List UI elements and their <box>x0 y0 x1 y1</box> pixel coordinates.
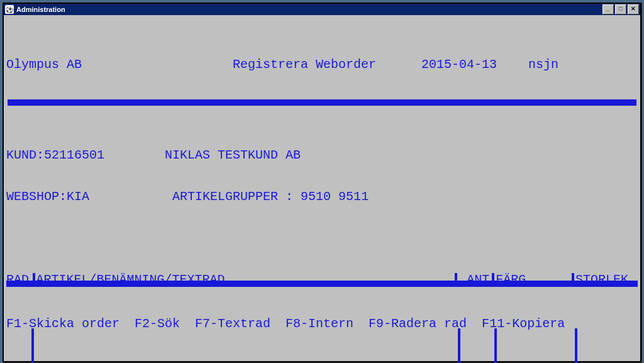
terminal-screen: Olympus AB Registrera Weborder 2015-04-1… <box>4 15 640 361</box>
artgrp-value: 9510 9511 <box>301 189 369 204</box>
header-user: nsjn <box>528 58 558 72</box>
kund-number: 52116501 <box>44 148 104 162</box>
window-title: Administration <box>16 6 602 13</box>
webshop-value: KIA <box>67 189 89 204</box>
artgrp-label: ARTIKELGRUPPER : <box>172 189 293 204</box>
kund-label: KUND: <box>6 148 44 162</box>
header-line: Olympus AB Registrera Weborder 2015-04-1… <box>6 58 638 72</box>
app-window: ⚽ Administration _ □ ✕ Olympus AB Regist… <box>3 3 641 362</box>
customer-line: KUND:52116501 NIKLAS TESTKUND AB <box>6 148 638 162</box>
webshop-line: WEBSHOP:KIA ARTIKELGRUPPER : 9510 9511 <box>6 190 638 204</box>
minimize-button[interactable]: _ <box>602 4 614 14</box>
app-icon: ⚽ <box>5 5 14 14</box>
fnkey-text: F1-Skicka order F2-Sök F7-Textrad F8-Int… <box>6 317 638 331</box>
maximize-button[interactable]: □ <box>615 4 626 14</box>
function-keys: F1-Skicka order F2-Sök F7-Textrad F8-Int… <box>6 253 638 359</box>
header-separator <box>8 99 636 106</box>
footer-separator <box>6 281 638 287</box>
webshop-label: WEBSHOP: <box>6 189 67 204</box>
titlebar[interactable]: ⚽ Administration _ □ ✕ <box>4 4 640 15</box>
header-date: 2015-04-13 <box>421 58 528 72</box>
close-button[interactable]: ✕ <box>628 4 639 14</box>
company-name: Olympus AB <box>6 58 233 72</box>
screen-title: Registrera Weborder <box>233 58 421 72</box>
kund-name: NIKLAS TESTKUND AB <box>165 148 301 162</box>
